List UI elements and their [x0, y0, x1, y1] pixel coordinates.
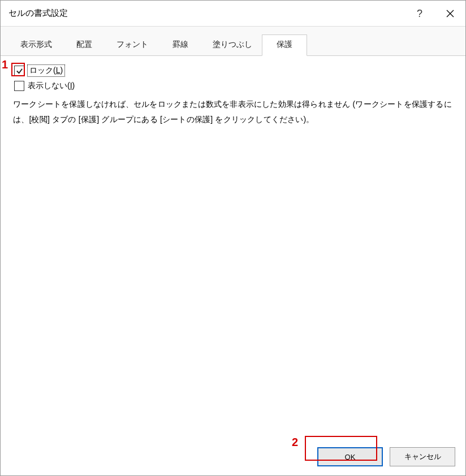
locked-label-post: ): [60, 66, 63, 75]
ok-button[interactable]: OK: [317, 447, 383, 466]
locked-checkbox[interactable]: [14, 66, 24, 76]
locked-label[interactable]: ロック(L): [28, 65, 64, 76]
cancel-button[interactable]: キャンセル: [390, 447, 455, 466]
tab-number-format[interactable]: 表示形式: [11, 34, 62, 56]
protection-description: ワークシートを保護しなければ、セルをロックまたは数式を非表示にした効果は得られま…: [12, 97, 454, 127]
hidden-label-post: ): [72, 81, 75, 90]
checkbox-row-locked: ロック(L): [12, 65, 454, 76]
close-icon: [446, 10, 454, 18]
tab-border[interactable]: 罫線: [158, 34, 203, 56]
tabstrip: 表示形式 配置 フォント 罫線 塗りつぶし 保護: [1, 27, 465, 56]
tab-font[interactable]: フォント: [107, 34, 158, 56]
locked-label-pre: ロック(: [29, 66, 56, 75]
hidden-checkbox[interactable]: [14, 81, 24, 91]
titlebar-controls: ?: [404, 1, 465, 27]
tab-protection[interactable]: 保護: [262, 34, 307, 56]
tab-fill[interactable]: 塗りつぶし: [203, 34, 262, 56]
hidden-label-pre: 表示しない(: [28, 81, 70, 90]
help-button[interactable]: ?: [404, 1, 435, 27]
tab-content-protection: ロック(L) 表示しない(I) ワークシートを保護しなければ、セルをロックまたは…: [1, 56, 465, 438]
titlebar: セルの書式設定 ?: [1, 1, 465, 27]
hidden-label[interactable]: 表示しない(I): [28, 81, 75, 91]
dialog-title: セルの書式設定: [8, 8, 68, 19]
checkbox-row-hidden: 表示しない(I): [12, 81, 454, 91]
checkmark-icon: [16, 67, 23, 75]
close-button[interactable]: [435, 1, 465, 27]
dialog-footer: OK キャンセル: [1, 438, 465, 475]
tab-alignment[interactable]: 配置: [62, 34, 107, 56]
dialog-window: セルの書式設定 ? 表示形式 配置 フォント 罫線 塗りつぶし 保護: [0, 0, 466, 476]
